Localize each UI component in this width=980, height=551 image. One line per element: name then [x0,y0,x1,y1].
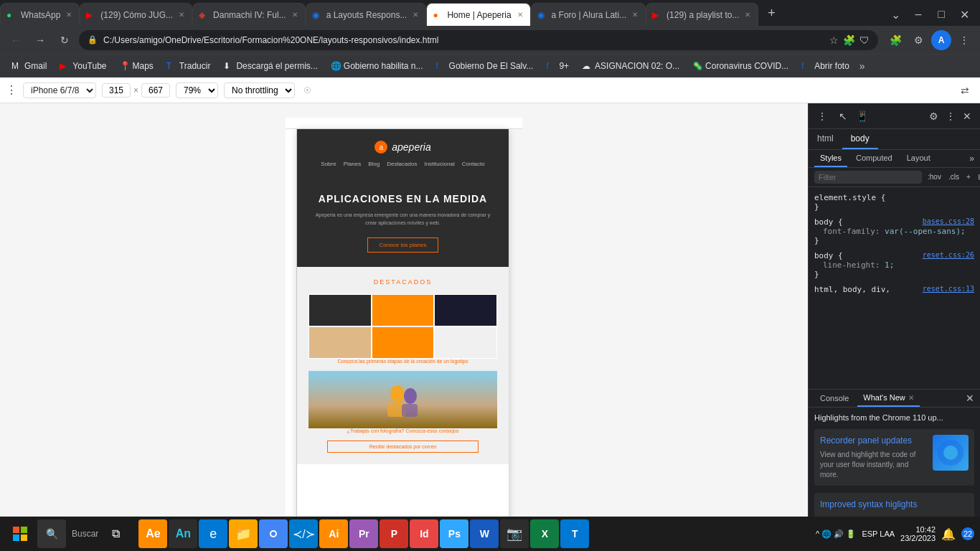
devtools-cursor-icon[interactable]: ↖ [836,108,850,125]
bookmark-translate[interactable]: T Traducir [161,59,217,73]
minimize-button[interactable]: – [908,4,928,24]
hero-button[interactable]: Conoce los planes [367,237,439,253]
filter-cls-button[interactable]: .cls [946,171,962,183]
whatsnew-item-2-title[interactable]: Improved syntax higlights [820,499,969,511]
search-button[interactable]: 🔍 [37,519,66,548]
taskbar-pr[interactable]: Pr [349,519,378,548]
tab-search-button[interactable]: ⌄ [885,4,905,24]
bottom-panel-close-icon[interactable]: ✕ [966,392,974,404]
bookmarks-more[interactable]: » [859,60,865,72]
devtools-close-icon[interactable]: ✕ [960,108,974,125]
taskbar-cam[interactable]: 📷 [500,519,529,548]
filter-add-button[interactable]: + [963,171,974,183]
bookmark-gmail[interactable]: M Gmail [6,59,52,73]
style-tab-styles[interactable]: Styles [814,150,847,167]
back-button[interactable]: ← [6,30,26,50]
taskbar-id[interactable]: Id [410,519,438,548]
tab-layouts[interactable]: ◉ a Layouts Respons... ✕ [306,3,427,26]
devtools-device-icon[interactable]: 📱 [853,108,871,125]
featured-footer-button[interactable]: Recibir destacados por correo [327,441,478,453]
whatsnew-close-icon[interactable]: ✕ [908,394,914,402]
style-tab-layout[interactable]: Layout [901,150,936,167]
css-body1-source[interactable]: bases.css:28 [923,217,974,225]
taskbar-word[interactable]: W [470,519,499,548]
taskbar-an[interactable]: An [169,519,197,548]
start-button[interactable] [6,519,34,548]
device-toolbar-more[interactable]: ⋮ [6,83,17,97]
css-htmlbody-source[interactable]: reset.css:13 [923,285,974,293]
filter-input[interactable] [814,171,922,184]
tab-whatsapp[interactable]: ● WhatsApp ✕ [0,3,80,26]
taskbar-chrome[interactable] [259,519,288,548]
taskbar-ai[interactable]: Ai [319,519,348,548]
bottom-tab-console[interactable]: Console [814,390,854,406]
bookmark-maps[interactable]: 📍 Maps [114,59,159,73]
tab-youtube-close[interactable]: ✕ [177,9,186,20]
tab-apeperia[interactable]: ● Home | Apeperia ✕ [426,3,530,26]
tab-playlist[interactable]: ▶ (129) a playlist to... ✕ [646,3,758,26]
devtools-toggle[interactable]: ⚙ [908,30,928,50]
bookmark-gobierno2[interactable]: f Gobierno De El Salv... [430,59,540,73]
devtools-more-icon[interactable]: ⋮ [943,108,958,125]
profile-button[interactable]: A [931,30,951,50]
nav-sobre[interactable]: Sobre [321,161,336,167]
bookmark-gobierno1[interactable]: 🌐 Gobierno habilita n... [325,59,429,73]
bookmark-asignacion[interactable]: ☁ ASIGNACION 02: O... [576,59,685,73]
rotate-icon[interactable]: ⇄ [956,81,974,100]
width-input[interactable] [102,83,131,98]
tab-layouts-close[interactable]: ✕ [411,9,420,20]
nav-destacados[interactable]: Destacados [387,161,417,167]
address-bar[interactable]: 🔒 C:/Users/amigo/OneDrive/Escritorio/For… [79,30,878,50]
extensions-button[interactable]: 🧩 [885,30,905,50]
taskbar-excel[interactable]: X [530,519,559,548]
tab-alura[interactable]: ◉ a Foro | Alura Lati... ✕ [531,3,646,26]
style-tabs-more[interactable]: » [969,154,974,164]
extension-icon[interactable]: 🧩 [843,34,855,46]
taskbar-ps[interactable]: Ps [440,519,468,548]
tab-youtube[interactable]: ▶ (129) Cómo JUG... ✕ [80,3,192,26]
bookmark-covid[interactable]: 🦠 Coronavirus COVID... [687,59,794,73]
tab-danmachi-close[interactable]: ✕ [291,9,299,20]
bookmark-descarga[interactable]: ⬇ Descargá el permis... [217,59,323,73]
devtools-menu-icon[interactable]: ⋮ [814,108,830,125]
css-body2-source[interactable]: reset.css:26 [923,251,974,259]
nav-institucional[interactable]: Institucional [424,161,454,167]
refresh-button[interactable]: ↻ [55,30,75,50]
dt-tab-body[interactable]: body [842,129,878,149]
bottom-tab-whatsnew[interactable]: What's New ✕ [857,390,919,407]
tab-playlist-close[interactable]: ✕ [743,9,752,20]
zoom-selector[interactable]: 79% [176,83,218,98]
taskbar-folder[interactable]: 📁 [229,519,258,548]
nav-contacto[interactable]: Contacto [462,161,485,167]
tab-whatsapp-close[interactable]: ✕ [65,9,73,20]
bookmark-youtube[interactable]: ▶ YouTube [54,59,112,73]
bookmark-star-icon[interactable]: ☆ [829,34,839,46]
throttle-selector[interactable]: No throttling [224,83,295,98]
shield-icon[interactable]: 🛡 [859,34,870,46]
nav-planes[interactable]: Planes [344,161,361,167]
forward-button[interactable]: → [30,30,50,50]
device-selector[interactable]: iPhone 6/7/8 [23,83,96,98]
devtools-settings-icon[interactable]: ⚙ [926,108,941,125]
taskbar-edge[interactable]: e [199,519,227,548]
new-tab-button[interactable]: + [761,3,781,23]
whatsnew-item-1-title[interactable]: Recorder panel updates [820,435,927,447]
height-input[interactable] [141,83,170,98]
maximize-button[interactable]: □ [931,4,951,24]
nav-blog[interactable]: Blog [368,161,380,167]
bookmark-photo[interactable]: f Abrir foto [796,59,855,73]
style-tab-computed[interactable]: Computed [850,150,898,167]
taskbar-ppt[interactable]: P [380,519,408,548]
close-window-button[interactable]: ✕ [954,4,974,24]
filter-icon-btn1[interactable]: ⊞ [975,171,980,183]
notification-icon[interactable]: 🔔 [941,527,956,541]
filter-hov-button[interactable]: :hov [925,171,944,183]
taskbar-vscode[interactable]: ≺/≻ [289,519,318,548]
tab-alura-close[interactable]: ✕ [631,9,639,20]
bookmark-9plus[interactable]: f 9+ [540,59,575,73]
taskbar-ae[interactable]: Ae [138,519,167,548]
taskbar-teams[interactable]: T [560,519,589,548]
tab-apeperia-close[interactable]: ✕ [516,9,524,20]
dt-tab-html[interactable]: html [809,129,842,149]
taskview-button[interactable]: ⧉ [101,519,130,548]
